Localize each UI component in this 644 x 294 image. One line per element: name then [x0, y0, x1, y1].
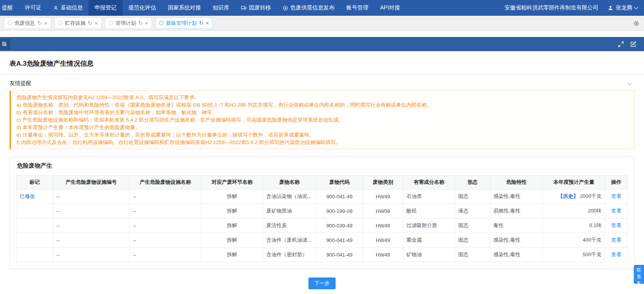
cell-form: 固态 [455, 248, 490, 262]
notice-line: a) 危险废物名称、类别、代码和危险特性：依据《国家危险废物名录》或根据 GB … [17, 101, 629, 109]
top-nav: 提醒 许可证 基础信息 申报登记 规范化评估 国家系统对接 知识库 固废转移 危… [0, 0, 644, 16]
cell-waste-category: HW49 [363, 189, 403, 204]
table-header-row: 标记 产生危险废物设施编号 产生危险废物设施名称 对应产废环节名称 废物名称 废… [17, 176, 628, 189]
cell-facility-code: -- [53, 189, 130, 204]
nav-item-account-management[interactable]: 账号管理 [340, 0, 374, 16]
column-header: 危险特性 [490, 176, 543, 189]
cell-harmful-component: 过滤吸附介质 [403, 218, 455, 233]
nav-item-label: 固废转移 [249, 4, 271, 11]
refresh-icon[interactable]: ↻ [138, 20, 143, 26]
cell-form: 液态 [455, 204, 490, 218]
history-link[interactable]: 【历史】 [558, 193, 578, 199]
nav-item-label: 账号管理 [346, 4, 368, 11]
nav-item-declaration[interactable]: 申报登记 [89, 0, 122, 16]
expand-icon[interactable] [618, 41, 624, 47]
tab-management-plan[interactable]: 管理计划 ↻ × [105, 17, 152, 29]
header-left-tag: 版 [0, 39, 10, 49]
tab-storage-facility[interactable]: 贮存设施 ↻ × [54, 17, 102, 29]
refresh-icon[interactable]: ↻ [199, 20, 203, 26]
user-icon [608, 5, 613, 11]
view-link[interactable]: 查看 [611, 251, 622, 257]
close-icon[interactable]: × [44, 20, 47, 26]
amount-value: 500千克 [583, 251, 601, 257]
notice-box: 危险废物产生情况填写内容参见HJ 1259—2022附录 A.3。填写应满足以下… [9, 91, 635, 149]
cell-amount: 0.1吨 [543, 218, 605, 233]
nav-item-label: 危废供需信息发布 [290, 4, 334, 11]
amount-value: 400千克 [583, 237, 601, 243]
cell-action: 查看 [605, 204, 628, 218]
table-row: -- -- 拆解 废活性炭 900-039-49 HW49 过滤吸附介质 固态 … [17, 218, 628, 233]
close-all-tabs-icon[interactable]: ⊗ [633, 20, 640, 27]
notice-line: b) 有害成分名称：危险废物中对环境有害的主要污染物名称，如苯系物、氰化物、砷等… [17, 109, 629, 116]
cell-facility-name: -- [130, 233, 201, 248]
cell-waste-name: 含油件（废机油滤... [263, 233, 316, 248]
table-row: -- -- 拆解 废矿物质油 900-199-08 HW08 酚烃 液态 易燃性… [17, 204, 628, 218]
notice-title: 友情提醒 [9, 80, 32, 87]
cell-amount: 500千克 [543, 248, 605, 262]
close-icon[interactable]: × [95, 20, 98, 26]
cell-action: 查看 [605, 218, 628, 233]
cell-amount: 400千克 [543, 233, 605, 248]
waste-generation-section: 危险废物产生 标记 产生危险废物设施编号 产生危险废物设施名称 对应产废环节名称… [9, 156, 635, 269]
nav-item-standardization-assessment[interactable]: 规范化评估 [122, 0, 162, 16]
user-menu[interactable]: 张龙腾 [608, 4, 638, 11]
cell-facility-code: -- [53, 233, 130, 248]
nav-item-hazwaste-supply-demand[interactable]: 危废供需信息发布 [277, 0, 340, 16]
nav-item-license[interactable]: 许可证 [19, 0, 47, 16]
view-link[interactable]: 查看 [611, 193, 622, 199]
nav-item-label: 国家系统对接 [168, 4, 201, 11]
cell-hazard: 感染性,毒性 [490, 248, 543, 262]
edit-icon[interactable] [630, 41, 636, 47]
section-title: 危险废物产生 [17, 162, 627, 170]
column-header: 废物类别 [363, 176, 403, 189]
nav-item-label: 基础信息 [61, 4, 83, 11]
close-icon[interactable]: × [206, 20, 209, 26]
cell-stage: 拆解 [201, 248, 263, 262]
cell-harmful-component: 矿物油 [403, 248, 455, 262]
view-link[interactable]: 查看 [611, 222, 622, 228]
cell-facility-code: -- [53, 218, 130, 233]
column-header: 产生危险废物设施编号 [53, 176, 130, 189]
nav-item-knowledge-base[interactable]: 知识库 [207, 0, 235, 16]
cell-facility-name: -- [130, 189, 201, 204]
nav-item-national-system[interactable]: 国家系统对接 [162, 0, 207, 16]
cell-hazard: 易燃性,毒性 [490, 204, 543, 218]
cell-waste-code: 900-039-49 [316, 218, 363, 233]
cell-mark [17, 248, 53, 262]
tab-new-management-plan[interactable]: 新版管理计划 ↻ × [155, 17, 213, 29]
refresh-icon[interactable]: ↻ [37, 20, 42, 26]
next-step-button[interactable]: 下一步 [308, 277, 336, 289]
notice-header: 友情提醒 [0, 75, 644, 91]
cell-action: 查看 [605, 248, 628, 262]
nav-item-basic-info[interactable]: 基础信息 [47, 0, 89, 16]
nav-item-label: 许可证 [25, 4, 41, 11]
collapse-chevron-icon[interactable] [627, 80, 632, 85]
cell-waste-code: 900-199-08 [316, 204, 363, 218]
column-header: 操作 [605, 176, 628, 189]
cell-amount: 【历史】2000千克 [543, 189, 605, 204]
view-link[interactable]: 查看 [611, 208, 622, 214]
tab-dot-icon [109, 21, 113, 25]
cell-facility-name: -- [130, 204, 201, 218]
cell-hazard: 感染性,毒性 [490, 233, 543, 248]
cell-mark: 已修改 [17, 189, 53, 204]
cell-mark [17, 218, 53, 233]
company-name: 安徽省柏科洪武零部件再制造有限公司 [505, 4, 598, 11]
column-header: 对应产废环节名称 [201, 176, 263, 189]
user-name: 张龙腾 [616, 4, 632, 11]
view-link[interactable]: 查看 [611, 237, 622, 243]
nav-item-solid-waste-transfer[interactable]: 固废转移 [235, 0, 277, 16]
cell-waste-name: 含油件（密封垫） [263, 248, 316, 262]
nav-item-reminder[interactable]: 提醒 [0, 0, 19, 16]
close-icon[interactable]: × [145, 20, 148, 26]
section-header-bar: 版 [0, 37, 644, 51]
nav-item-label: 提醒 [2, 4, 13, 11]
cell-stage: 拆解 [201, 204, 263, 218]
chevron-down-icon [634, 5, 638, 9]
refresh-icon[interactable]: ↻ [88, 20, 92, 26]
tab-hazwaste-info[interactable]: 危废信息 ↻ × [4, 17, 51, 29]
person-card-icon [53, 6, 58, 11]
cell-facility-code: -- [53, 248, 130, 262]
contact-support-tab[interactable]: 联系客 [634, 265, 644, 284]
nav-item-api[interactable]: API对接 [374, 0, 406, 16]
